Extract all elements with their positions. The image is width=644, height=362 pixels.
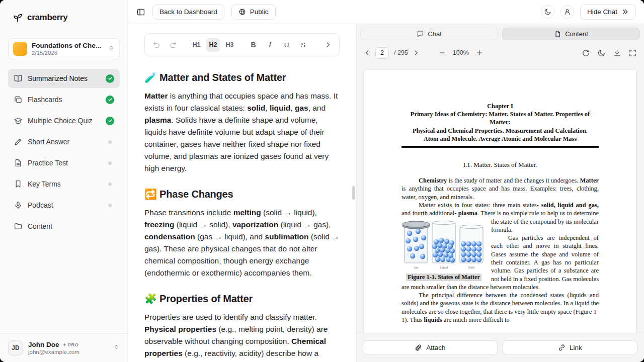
refresh-icon [582, 49, 590, 57]
back-to-dashboard-button[interactable]: Back to Dashboard [152, 4, 224, 20]
pro-badge: PRO [62, 342, 79, 347]
sidebar-item-multiple-choice-quiz[interactable]: Multiple Choice Quiz [8, 111, 120, 130]
fullscreen-button[interactable] [628, 49, 637, 57]
bold-button[interactable]: B [247, 38, 260, 52]
attach-button[interactable]: Attach [363, 340, 498, 355]
redo-button[interactable] [166, 38, 180, 52]
sparkle-icon [62, 342, 67, 347]
note-heading: 🧪 Matter and States of Matter [144, 71, 340, 83]
italic-button[interactable]: I [263, 38, 277, 52]
note-paragraph: Properties are used to identify and clas… [144, 311, 340, 362]
sidebar-item-summarized-notes[interactable]: Summarized Notes [8, 69, 120, 88]
chat-bubble-icon [417, 30, 424, 38]
notes-document[interactable]: 🧪 Matter and States of Matter Matter is … [128, 71, 356, 362]
sidebar-item-label: Flashcards [28, 96, 62, 104]
sidebar-item-practice-test[interactable]: Practice Test [8, 153, 120, 172]
fullscreen-icon [628, 49, 637, 57]
strikethrough-button[interactable]: S [296, 38, 310, 52]
refresh-button[interactable] [582, 49, 590, 57]
sidebar-item-label: Short Answer [28, 138, 69, 146]
tab-content[interactable]: Content [502, 28, 640, 40]
undo-icon [152, 41, 160, 49]
sidebar-item-label: Practice Test [28, 159, 68, 167]
pdf-viewer[interactable]: Chapter I Primary Ideas of Chemistry: Ma… [356, 62, 644, 333]
editor-scrollbar[interactable] [352, 186, 355, 200]
file-text-icon [14, 158, 23, 167]
account-button[interactable] [560, 5, 574, 19]
status-pending-dot [108, 204, 112, 207]
page-total: / 295 [394, 49, 408, 56]
underline-button[interactable]: U [280, 38, 293, 52]
figure-label: Solid [468, 266, 475, 269]
sidebar-item-label: Podcast [28, 201, 53, 209]
note-heading: 🔁 Phase Changes [144, 188, 340, 200]
user-account[interactable]: JD John Doe PRO john@example.com [0, 333, 128, 362]
pdf-paragraph: Chemistry is the study of matter and the… [401, 176, 599, 201]
tab-chat[interactable]: Chat [360, 28, 498, 40]
course-title: Foundations of Che... [32, 42, 103, 49]
status-complete-badge [106, 74, 114, 83]
microphone-icon [14, 201, 23, 210]
previous-page-button[interactable] [363, 49, 371, 57]
sidebar-item-podcast[interactable]: Podcast [8, 196, 120, 215]
top-bar: Back to Dashboard Public Hide Chat [128, 0, 644, 24]
link-button[interactable]: Link [503, 340, 637, 355]
download-button[interactable] [613, 49, 621, 57]
note-paragraph: Phase transitions include melting (solid… [144, 207, 340, 279]
more-tools-button[interactable] [321, 38, 335, 52]
sidebar-item-short-answer[interactable]: Short Answer [8, 132, 120, 151]
avatar: JD [8, 340, 23, 355]
minus-icon [438, 49, 446, 57]
page-number-input[interactable] [375, 47, 389, 59]
sidebar-item-label: Content [28, 222, 52, 230]
chevron-right-icon [412, 49, 420, 57]
zoom-level: 100% [453, 49, 469, 56]
status-complete-badge [106, 96, 114, 104]
sidebar-item-flashcards[interactable]: Flashcards [8, 90, 120, 109]
sidebar-item-content[interactable]: Content [8, 217, 120, 236]
moon-icon [597, 49, 606, 57]
pdf-section-heading: I.1. Matter. States of Matter. [401, 161, 599, 169]
panel-tabs: Chat Content [356, 24, 644, 44]
course-date: 2/15/2026 [32, 50, 103, 56]
pdf-paragraph: The principal difference between the con… [401, 291, 599, 324]
heading3-button[interactable]: H3 [223, 38, 236, 52]
course-avatar [13, 42, 27, 56]
chevron-updown-icon [113, 343, 120, 352]
flashcards-icon [14, 95, 23, 104]
panel-toggle-icon[interactable] [136, 8, 145, 17]
zoom-out-button[interactable] [438, 49, 446, 57]
chevron-updown-icon [108, 44, 115, 53]
pdf-page: Chapter I Primary Ideas of Chemistry: Ma… [364, 70, 636, 333]
heading2-button[interactable]: H2 [206, 38, 220, 52]
editor-toolbar: H1 H2 H3 B I U S [144, 33, 340, 56]
pencil-icon [14, 137, 23, 146]
status-complete-badge [106, 117, 114, 125]
sidebar: cramberry Foundations of Che... 2/15/202… [0, 0, 128, 362]
undo-button[interactable] [149, 38, 163, 52]
heading1-button[interactable]: H1 [190, 38, 203, 52]
bookmark-icon [14, 179, 23, 189]
pdf-toolbar: / 295 100% [356, 44, 644, 62]
logo-text: cramberry [27, 13, 67, 23]
paperclip-icon [415, 344, 422, 351]
status-pending-dot [108, 140, 112, 144]
plus-icon [475, 49, 484, 57]
status-pending-dot [108, 183, 112, 186]
dark-mode-button[interactable] [541, 5, 554, 19]
chevron-right-icon [324, 41, 332, 49]
chevrons-right-icon [621, 8, 629, 16]
app-window: cramberry Foundations of Che... 2/15/202… [0, 0, 644, 362]
sidebar-item-key-terms[interactable]: Key Terms [8, 174, 120, 194]
folder-icon [14, 222, 23, 231]
sidebar-item-label: Summarized Notes [28, 74, 88, 82]
book-open-icon [14, 74, 23, 83]
sprout-icon [12, 12, 23, 23]
next-page-button[interactable] [412, 49, 420, 57]
user-icon [564, 8, 571, 16]
zoom-in-button[interactable] [475, 49, 484, 57]
pdf-dark-mode-button[interactable] [597, 49, 606, 57]
public-button[interactable]: Public [231, 4, 276, 20]
hide-chat-button[interactable]: Hide Chat [580, 4, 636, 20]
course-selector[interactable]: Foundations of Che... 2/15/2026 [8, 38, 120, 59]
